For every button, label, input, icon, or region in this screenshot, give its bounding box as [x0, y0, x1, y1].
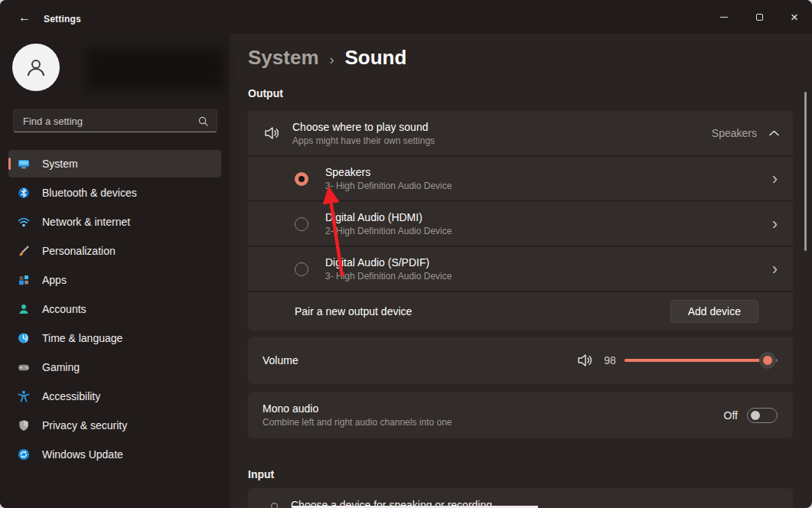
close-icon: ×	[791, 11, 798, 24]
sidebar-item-label: Apps	[42, 274, 67, 286]
avatar[interactable]	[12, 44, 60, 91]
radio-unselected[interactable]	[295, 217, 308, 231]
minimize-icon	[720, 17, 728, 18]
output-section-label: Output	[248, 87, 283, 99]
expander-selected-value: Speakers	[712, 127, 757, 139]
device-name: Digital Audio (HDMI)	[325, 211, 452, 223]
system-icon	[18, 158, 30, 170]
volume-value: 98	[602, 354, 618, 366]
radio-selected[interactable]	[295, 172, 308, 186]
selected-indicator	[8, 158, 11, 170]
update-refresh-icon	[18, 448, 30, 461]
slider-thumb[interactable]	[759, 352, 776, 369]
pair-device-label: Pair a new output device	[295, 305, 412, 318]
device-name: Speakers	[325, 166, 452, 178]
sidebar-item-label: System	[42, 158, 78, 170]
sidebar-item-label: Time & language	[42, 332, 122, 344]
sidebar-item-label: Accounts	[42, 303, 86, 315]
sidebar-item-network-internet[interactable]: Network & internet	[8, 208, 221, 236]
accounts-icon	[18, 303, 30, 315]
sidebar-item-label: Bluetooth & devices	[42, 187, 137, 199]
sidebar-item-windows-update[interactable]: Windows Update	[8, 441, 221, 468]
chevron-up-icon[interactable]	[769, 130, 779, 136]
titlebar: ← Settings ×	[0, 0, 812, 34]
volume-label: Volume	[263, 354, 298, 366]
window-controls: ×	[706, 0, 812, 34]
sidebar-nav: System Bluetooth & devices Network & int…	[5, 148, 225, 470]
back-button[interactable]: ←	[12, 8, 37, 27]
sidebar-item-label: Accessibility	[42, 390, 100, 402]
add-device-button[interactable]: Add device	[670, 300, 758, 323]
pair-device-row: Pair a new output device Add device	[248, 292, 793, 331]
sidebar-item-privacy-security[interactable]: Privacy & security	[8, 412, 221, 439]
speaker-icon	[264, 125, 281, 141]
sidebar-item-label: Windows Update	[42, 448, 123, 461]
mono-audio-row: Mono audio Combine left and right audio …	[248, 392, 793, 438]
device-row-speakers[interactable]: Speakers 3- High Definition Audio Device…	[248, 157, 793, 201]
device-name: Digital Audio (S/PDIF)	[325, 256, 452, 269]
maximize-icon	[756, 14, 763, 21]
search-box[interactable]	[13, 109, 217, 132]
toggle-knob	[751, 411, 760, 420]
sidebar-item-apps[interactable]: Apps	[8, 266, 221, 294]
device-description: 2- High Definition Audio Device	[325, 226, 452, 236]
close-button[interactable]: ×	[777, 0, 812, 34]
app-title: Settings	[44, 14, 81, 24]
accessibility-person-icon	[18, 390, 30, 402]
vertical-scrollbar[interactable]	[804, 92, 807, 251]
device-row-digital-audio-hdmi[interactable]: Digital Audio (HDMI) 2- High Definition …	[248, 202, 793, 246]
volume-row: Volume 98	[248, 337, 793, 384]
search-input[interactable]	[23, 116, 197, 127]
controller-icon	[18, 361, 30, 373]
bluetooth-icon	[18, 187, 30, 199]
sidebar-item-accessibility[interactable]: Accessibility	[8, 383, 221, 410]
radio-unselected[interactable]	[295, 262, 308, 276]
back-arrow-icon: ←	[18, 11, 31, 24]
maximize-button[interactable]	[742, 0, 777, 34]
breadcrumb: System › Sound	[248, 46, 406, 70]
sidebar-item-label: Network & internet	[42, 216, 130, 228]
chevron-right-icon[interactable]: ›	[772, 216, 782, 233]
microphone-icon	[271, 503, 278, 508]
person-icon	[24, 56, 47, 79]
mono-audio-subtitle: Combine left and right audio channels in…	[263, 417, 452, 428]
minimize-button[interactable]	[706, 0, 742, 34]
output-expander-header[interactable]: Choose where to play sound Apps might ha…	[248, 111, 793, 156]
sidebar: System Bluetooth & devices Network & int…	[0, 34, 230, 508]
speaker-icon[interactable]	[577, 353, 594, 368]
sidebar-item-label: Gaming	[42, 361, 80, 373]
user-name-redacted	[86, 47, 225, 90]
sidebar-item-label: Personalization	[42, 245, 116, 257]
brush-icon	[18, 245, 30, 257]
sidebar-item-system[interactable]: System	[8, 150, 221, 177]
toggle-state-label: Off	[724, 409, 738, 422]
clock-globe-icon	[18, 332, 30, 344]
sidebar-item-time-language[interactable]: Time & language	[8, 324, 221, 352]
settings-window: ← Settings ×	[0, 0, 812, 508]
expander-subtitle: Apps might have their own settings	[292, 135, 435, 146]
page-title: Sound	[345, 46, 407, 70]
device-description: 3- High Definition Audio Device	[325, 181, 452, 191]
sidebar-item-gaming[interactable]: Gaming	[8, 353, 221, 381]
search-icon[interactable]	[197, 116, 209, 127]
mono-audio-title: Mono audio	[263, 402, 452, 415]
shield-icon	[18, 419, 30, 431]
expander-title: Choose where to play sound	[292, 121, 435, 133]
sidebar-item-bluetooth-devices[interactable]: Bluetooth & devices	[8, 179, 221, 207]
volume-slider[interactable]	[624, 353, 778, 368]
chevron-right-icon[interactable]: ›	[772, 171, 782, 187]
sidebar-item-label: Privacy & security	[42, 419, 127, 431]
sidebar-item-personalization[interactable]: Personalization	[8, 237, 221, 265]
breadcrumb-parent[interactable]: System	[248, 46, 319, 70]
breadcrumb-separator-icon: ›	[330, 52, 334, 68]
device-row-digital-audio-spdif[interactable]: Digital Audio (S/PDIF) 3- High Definitio…	[248, 247, 793, 291]
slider-fill	[624, 359, 771, 362]
chevron-right-icon[interactable]: ›	[772, 261, 782, 278]
input-section-label: Input	[248, 468, 274, 480]
apps-icon	[18, 274, 30, 286]
wifi-icon	[18, 216, 30, 228]
mono-audio-toggle[interactable]	[747, 408, 778, 423]
device-description: 3- High Definition Audio Device	[325, 271, 452, 282]
sidebar-item-accounts[interactable]: Accounts	[8, 295, 221, 323]
